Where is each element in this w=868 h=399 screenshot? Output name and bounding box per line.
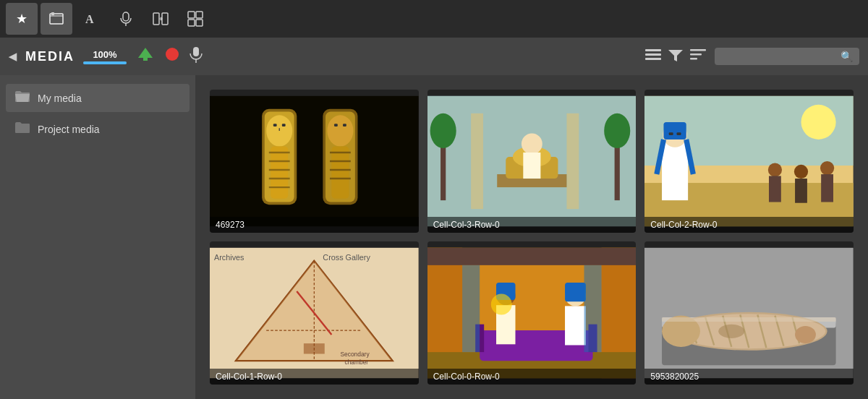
back-button[interactable]: ◀ xyxy=(9,51,17,62)
svg-rect-52 xyxy=(471,113,483,209)
media-title: MEDIA xyxy=(25,49,75,64)
zoom-bar-bg xyxy=(83,61,127,64)
svg-rect-0 xyxy=(50,14,63,24)
svg-rect-6 xyxy=(162,13,168,25)
svg-rect-104 xyxy=(584,265,601,352)
svg-rect-71 xyxy=(769,176,781,202)
back-icon: ◀ xyxy=(9,51,17,62)
media-label-3: Cell-Col-1-Row-0 xyxy=(210,369,419,385)
sidebar-item-my-media[interactable]: My media xyxy=(6,84,190,112)
svg-marker-11 xyxy=(138,48,153,58)
svg-rect-7 xyxy=(188,12,195,18)
svg-rect-16 xyxy=(645,49,661,51)
list-view-icon[interactable] xyxy=(645,48,661,65)
sort-icon[interactable] xyxy=(690,48,706,65)
svg-rect-85 xyxy=(304,343,325,353)
media-item-1[interactable]: Cell-Col-3-Row-0 xyxy=(427,90,637,233)
zoom-value: 100% xyxy=(93,49,116,60)
svg-point-118 xyxy=(719,325,745,338)
svg-rect-73 xyxy=(795,179,807,203)
search-icon: 🔍 xyxy=(841,51,853,62)
folder-closed-icon xyxy=(14,121,30,137)
svg-rect-12 xyxy=(143,57,148,61)
svg-point-102 xyxy=(490,294,511,315)
svg-rect-17 xyxy=(645,53,661,56)
main-content: My media Project media xyxy=(0,75,868,399)
svg-rect-120 xyxy=(662,317,836,322)
svg-rect-69 xyxy=(677,132,681,135)
svg-text:Secondary: Secondary xyxy=(340,351,370,358)
mic-button[interactable] xyxy=(189,46,203,67)
svg-text:chamber: chamber xyxy=(344,359,368,366)
svg-rect-68 xyxy=(669,132,673,135)
svg-rect-23 xyxy=(210,96,419,226)
svg-rect-9 xyxy=(188,20,195,26)
svg-rect-98 xyxy=(565,283,586,301)
svg-marker-19 xyxy=(668,50,683,61)
media-item-3[interactable]: Archives Cross Gallery Secondary chamber… xyxy=(210,241,419,385)
svg-rect-75 xyxy=(821,174,833,202)
media-item-0[interactable]: 469273 xyxy=(210,90,419,233)
media-label-2: Cell-Col-2-Row-0 xyxy=(644,217,854,233)
svg-rect-21 xyxy=(690,53,702,56)
svg-rect-1 xyxy=(51,12,54,15)
media-item-5[interactable]: 5953820025 xyxy=(644,241,854,385)
svg-rect-10 xyxy=(196,20,203,26)
svg-point-72 xyxy=(794,165,808,179)
view-controls xyxy=(645,48,706,65)
media-label-4: Cell-Col-0-Row-0 xyxy=(427,369,637,385)
project-media-label: Project media xyxy=(38,124,100,135)
svg-rect-65 xyxy=(664,122,686,140)
svg-point-51 xyxy=(604,113,630,148)
svg-rect-5 xyxy=(153,13,159,25)
svg-rect-18 xyxy=(645,58,661,60)
sidebar-item-project-media[interactable]: Project media xyxy=(6,115,190,143)
upload-button[interactable] xyxy=(135,46,156,66)
record-button[interactable] xyxy=(164,46,180,66)
svg-rect-14 xyxy=(193,47,199,56)
svg-rect-97 xyxy=(565,306,586,345)
search-box[interactable]: 🔍 xyxy=(715,48,859,65)
my-media-label: My media xyxy=(38,93,82,104)
svg-rect-103 xyxy=(462,265,480,352)
svg-rect-8 xyxy=(196,12,203,18)
media-item-2[interactable]: Cell-Col-2-Row-0 xyxy=(644,90,854,233)
zoom-control[interactable]: 100% xyxy=(83,49,127,64)
svg-text:Archives: Archives xyxy=(214,253,244,262)
folder-open-icon xyxy=(14,90,30,106)
svg-rect-58 xyxy=(523,153,540,179)
svg-rect-20 xyxy=(690,49,706,51)
svg-rect-28 xyxy=(273,124,277,126)
media-item-4[interactable]: Cell-Col-0-Row-0 xyxy=(427,241,637,385)
media-label-0: 469273 xyxy=(210,217,419,233)
svg-point-57 xyxy=(522,134,542,155)
svg-rect-40 xyxy=(334,124,338,126)
svg-point-74 xyxy=(820,161,834,175)
media-tab-icon[interactable] xyxy=(41,3,72,35)
svg-point-38 xyxy=(327,115,353,146)
filter-icon[interactable] xyxy=(668,48,683,65)
svg-rect-39 xyxy=(331,147,349,199)
search-input[interactable] xyxy=(720,51,836,62)
transition-tab-icon[interactable] xyxy=(145,3,176,35)
svg-rect-91 xyxy=(427,248,637,265)
gallery-tab-icon[interactable] xyxy=(179,3,211,35)
svg-rect-3 xyxy=(123,12,129,21)
audio-tab-icon[interactable] xyxy=(110,3,142,35)
media-label-5: 5953820025 xyxy=(644,369,854,385)
svg-point-70 xyxy=(768,163,782,176)
svg-rect-27 xyxy=(271,147,288,199)
text-tab-icon[interactable]: A xyxy=(75,3,107,35)
media-grid: 469273 xyxy=(195,75,868,399)
sidebar: My media Project media xyxy=(0,75,195,399)
svg-rect-63 xyxy=(662,140,688,200)
svg-rect-41 xyxy=(343,124,346,126)
svg-point-119 xyxy=(795,326,816,343)
svg-rect-53 xyxy=(566,113,579,209)
svg-text:Cross Gallery: Cross Gallery xyxy=(323,253,370,262)
svg-point-62 xyxy=(801,105,836,140)
svg-rect-29 xyxy=(282,124,286,126)
svg-point-13 xyxy=(166,48,179,61)
favorites-icon[interactable]: ★ xyxy=(6,3,38,35)
zoom-bar-fill xyxy=(83,61,127,64)
